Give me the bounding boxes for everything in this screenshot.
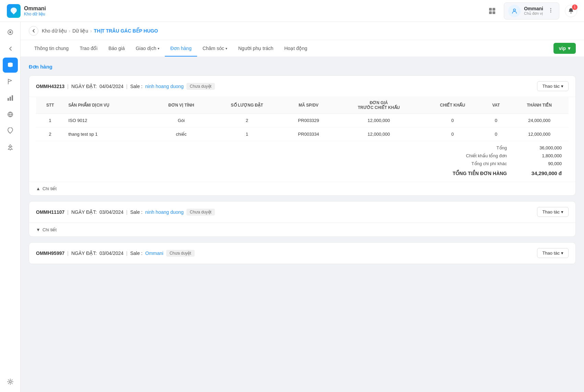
svg-point-7 — [550, 10, 551, 11]
order-header-2: OMMH11107 | NGÀY ĐẶT: 03/04/2024 | Sale … — [29, 201, 575, 223]
order-date-1: 04/04/2024 — [99, 84, 123, 89]
total-row-other: Tổng chi phí khác 90,000 — [43, 160, 562, 168]
order-id-1: OMMH43213 — [36, 84, 64, 89]
order-date-2: 03/04/2024 — [99, 209, 123, 215]
svg-rect-2 — [492, 8, 495, 11]
sidebar-item-chart[interactable] — [3, 90, 18, 106]
order-action-btn-2[interactable]: Thao tác ▾ — [537, 207, 569, 217]
order-action-btn-3[interactable]: Thao tác ▾ — [537, 248, 569, 258]
tab-giao-dich[interactable]: Giao dịch ▾ — [130, 40, 165, 57]
tab-hoat-dong[interactable]: Hoạt động — [279, 40, 313, 57]
grand-value: 34,290,000 đ — [521, 170, 562, 176]
breadcrumb-dulieu[interactable]: Dữ liệu — [72, 28, 88, 34]
col-stt: STT — [36, 97, 64, 114]
order-status-3: Chưa duyệt — [166, 250, 195, 257]
chi-tiet-toggle-2[interactable]: ▼ Chi tiết — [29, 223, 575, 236]
chi-tiet-label-1: Chi tiết — [42, 186, 57, 191]
order-status-2: Chưa duyệt — [186, 209, 215, 216]
breadcrumb-sep-1: › — [69, 28, 70, 34]
col-vat: VAT — [482, 97, 510, 114]
order-sale-name-3[interactable]: Ommani — [145, 250, 163, 256]
order-card-1: OMMH43213 | NGÀY ĐẶT: 04/04/2024 | Sale … — [29, 75, 576, 196]
sidebar-item-back[interactable] — [3, 41, 18, 56]
sidebar — [0, 22, 21, 392]
tabs-list: Thông tin chung Trao đổi Báo giá Giao dị… — [29, 40, 313, 57]
svg-rect-12 — [8, 98, 9, 101]
tab-nguoi-phu-trach[interactable]: Người phụ trách — [233, 40, 279, 57]
grid-icon[interactable] — [486, 5, 498, 17]
notification-badge: 1 — [572, 4, 577, 10]
brand-name: Ommani — [24, 5, 46, 12]
sidebar-item-tree[interactable] — [3, 140, 18, 155]
chi-tiet-label-2: Chi tiết — [42, 227, 57, 232]
order-sale-prefix-3: Sale : — [130, 250, 143, 256]
tab-trao-doi[interactable]: Trao đổi — [74, 40, 103, 57]
total-row-grand: TỔNG TIỀN ĐƠN HÀNG 34,290,000 đ — [43, 168, 562, 177]
notification-button[interactable]: 1 — [565, 5, 577, 17]
chi-tiet-toggle-1[interactable]: ▲ Chi tiết — [29, 182, 575, 195]
order-table-1: STT SẢN PHẨM/ DỊCH VỤ ĐƠN VỊ TÍNH SỐ LƯỢ… — [36, 97, 569, 141]
svg-point-8 — [550, 12, 551, 13]
col-qty: SỐ LƯỢNG ĐẶT — [211, 97, 283, 114]
tab-cham-soc[interactable]: Chăm sóc ▾ — [197, 40, 233, 57]
discount-value: 1,800,000 — [521, 153, 562, 158]
table-row: 2 thang test sp 1 chiếc 1 PR003334 12,00… — [36, 127, 569, 141]
header-right: Ommani Chủ đơn vị 1 — [486, 2, 577, 20]
action-chevron-1: ▾ — [561, 84, 563, 89]
order-sale-name-1[interactable]: ninh hoang duong — [145, 84, 184, 89]
action-chevron-3: ▾ — [561, 250, 563, 256]
brand-section: Ommani Kho dữ liệu — [7, 4, 46, 18]
breadcrumb-current: THỊT TRÂU GÁC BẾP HUGO — [94, 28, 158, 34]
svg-point-10 — [9, 31, 11, 33]
col-code: MÃ SP/DV — [283, 97, 334, 114]
order-info-3: OMMH95997 | NGÀY ĐẶT: 03/04/2024 | Sale … — [36, 250, 195, 257]
svg-rect-4 — [492, 11, 495, 14]
order-sale-name-2[interactable]: ninh hoang duong — [145, 209, 184, 215]
order-totals-1: Tổng 36,000,000 Chiết khấu tổng đơn 1,80… — [36, 141, 569, 182]
svg-rect-1 — [489, 8, 492, 11]
brand-text: Ommani Kho dữ liệu — [24, 5, 46, 16]
order-action-btn-1[interactable]: Thao tác ▾ — [537, 81, 569, 91]
user-card[interactable]: Ommani Chủ đơn vị — [504, 2, 559, 20]
user-role: Chủ đơn vị — [524, 11, 543, 16]
section-title: Đơn hàng — [29, 64, 576, 70]
other-label: Tổng chi phí khác — [445, 161, 507, 166]
order-card-2: OMMH11107 | NGÀY ĐẶT: 03/04/2024 | Sale … — [29, 201, 576, 237]
order-info-1: OMMH43213 | NGÀY ĐẶT: 04/04/2024 | Sale … — [36, 83, 215, 90]
sidebar-item-database[interactable] — [3, 58, 18, 73]
sidebar-item-flag[interactable] — [3, 74, 18, 89]
main-content: Kho dữ liệu › Dữ liệu › THỊT TRÂU GÁC BẾ… — [21, 22, 584, 392]
total-row-subtotal: Tổng 36,000,000 — [43, 144, 562, 152]
order-body-1: STT SẢN PHẨM/ DỊCH VỤ ĐƠN VỊ TÍNH SỐ LƯỢ… — [29, 97, 575, 182]
sidebar-item-globe[interactable] — [3, 107, 18, 122]
sidebar-item-leaf[interactable] — [3, 123, 18, 138]
svg-rect-14 — [12, 95, 13, 101]
more-options-icon[interactable] — [547, 6, 555, 15]
order-status-1: Chưa duyệt — [186, 83, 215, 90]
tab-don-hang[interactable]: Đơn hàng — [165, 40, 197, 57]
order-id-2: OMMH11107 — [36, 209, 64, 215]
svg-rect-16 — [10, 149, 11, 150]
order-card-3: OMMH95997 | NGÀY ĐẶT: 03/04/2024 | Sale … — [29, 242, 576, 264]
vip-button[interactable]: vip ▾ — [553, 43, 576, 54]
col-product: SẢN PHẨM/ DỊCH VỤ — [64, 97, 151, 114]
vip-chevron-icon: ▾ — [568, 46, 570, 51]
sidebar-item-circle[interactable] — [3, 25, 18, 40]
col-unit: ĐƠN VỊ TÍNH — [151, 97, 211, 114]
tab-thong-tin-chung[interactable]: Thông tin chung — [29, 40, 74, 57]
order-info-2: OMMH11107 | NGÀY ĐẶT: 03/04/2024 | Sale … — [36, 209, 215, 216]
sidebar-item-settings[interactable] — [3, 374, 18, 389]
order-sale-prefix-1: Sale : — [130, 84, 143, 89]
breadcrumb-back-button[interactable] — [29, 26, 38, 36]
chi-tiet-chevron-up-1: ▲ — [36, 186, 40, 191]
col-price: ĐƠN GIÁ TRƯỚC CHIẾT KHẤU — [334, 97, 423, 114]
svg-point-0 — [13, 9, 15, 11]
tab-bao-gia[interactable]: Báo giá — [103, 40, 130, 57]
breadcrumb-sep-2: › — [90, 28, 92, 34]
table-row: 1 ISO 9012 Gói 2 PR003329 12,000,000 0 0… — [36, 114, 569, 127]
order-id-3: OMMH95997 — [36, 250, 64, 256]
chi-tiet-chevron-down-2: ▼ — [36, 227, 40, 232]
breadcrumb-kho[interactable]: Kho dữ liệu — [42, 28, 66, 34]
cham-soc-chevron: ▾ — [226, 47, 227, 50]
other-value: 90,000 — [521, 161, 562, 166]
